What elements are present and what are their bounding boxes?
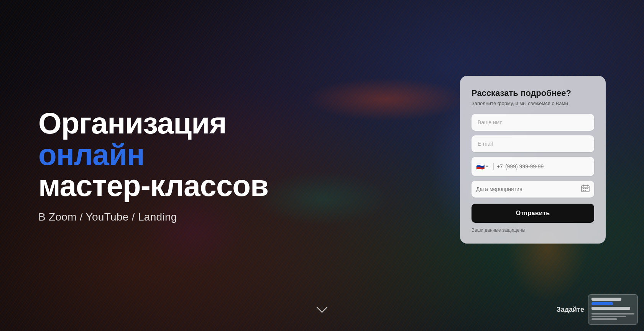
- flag-chevron-icon: ▼: [485, 165, 489, 168]
- data-protected-note: Ваши данные защищены: [472, 227, 594, 233]
- date-input[interactable]: [476, 181, 581, 198]
- thumb-line1: [591, 298, 621, 301]
- thumbnail-widget: Задайте: [556, 294, 638, 325]
- thumb-small-3: [591, 318, 617, 320]
- svg-rect-7: [583, 190, 584, 191]
- thumbnail-card[interactable]: [588, 294, 638, 325]
- left-section: Организация онлайн мастер-классов В Zoom…: [38, 108, 330, 224]
- date-wrapper: [472, 181, 594, 198]
- phone-flag-selector[interactable]: 🇷🇺 ▼: [476, 157, 489, 176]
- title-line3: мастер-классов: [38, 169, 268, 203]
- phone-divider: [493, 163, 494, 170]
- title-line1: Организация: [38, 106, 227, 140]
- phone-input[interactable]: [505, 158, 590, 175]
- scroll-down-indicator[interactable]: [316, 306, 328, 316]
- thumb-line2: [591, 302, 613, 305]
- form-section: Рассказать подробнее? Заполните форму, и…: [460, 76, 606, 244]
- svg-rect-8: [585, 190, 586, 191]
- contact-form-card: Рассказать подробнее? Заполните форму, и…: [460, 76, 606, 244]
- email-input[interactable]: [472, 135, 594, 152]
- thumb-line3: [591, 307, 630, 310]
- thumb-lines: [591, 313, 634, 320]
- thumb-small-1: [591, 313, 634, 315]
- thumbnail-label: Задайте: [556, 306, 584, 314]
- hero-subtitle: В Zoom / YouTube / Landing: [38, 211, 330, 223]
- name-input[interactable]: [472, 114, 594, 131]
- form-title: Рассказать подробнее?: [472, 88, 594, 98]
- submit-button[interactable]: Отправить: [472, 204, 594, 223]
- svg-rect-4: [583, 188, 584, 189]
- svg-rect-5: [585, 188, 586, 189]
- form-desc: Заполните форму, и мы свяжемся с Вами: [472, 100, 594, 106]
- phone-prefix: +7: [497, 158, 505, 175]
- main-title: Организация онлайн мастер-классов: [38, 108, 330, 202]
- phone-wrapper: 🇷🇺 ▼ +7: [472, 157, 594, 176]
- title-highlight: онлайн: [38, 138, 145, 171]
- calendar-icon: [581, 184, 590, 194]
- thumb-small-2: [591, 316, 626, 317]
- hero-content: Организация онлайн мастер-классов В Zoom…: [0, 0, 644, 331]
- svg-rect-6: [586, 188, 588, 189]
